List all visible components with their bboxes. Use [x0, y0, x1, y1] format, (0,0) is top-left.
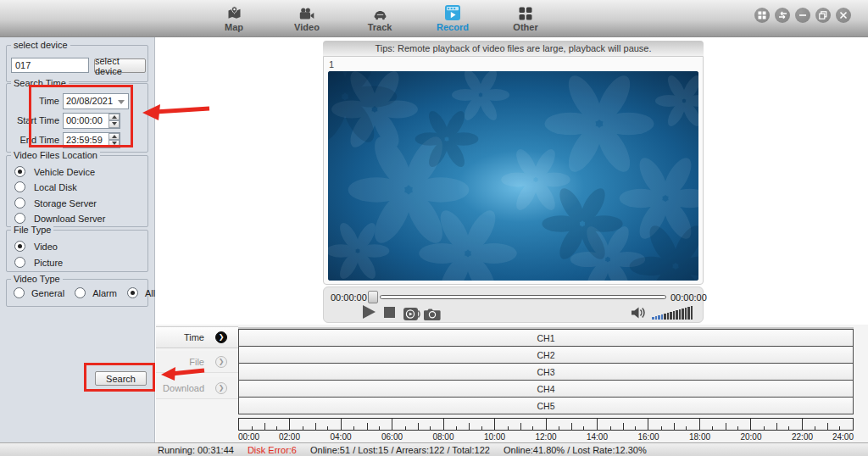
snapshot-button[interactable]: [424, 308, 441, 322]
window-controls: [754, 8, 851, 23]
radio-alarm[interactable]: Alarm: [75, 287, 117, 298]
ruler-cell: [648, 419, 699, 430]
total-time: 00:00:00: [670, 292, 707, 303]
layout-grid-button[interactable]: [754, 8, 770, 23]
file-type-group: File Type Video Picture: [6, 230, 148, 272]
tab-download-label: Download: [163, 383, 204, 393]
tick-label: 18:00: [689, 432, 710, 442]
ruler-cell: [598, 419, 648, 430]
video-window-number: 1: [329, 59, 334, 70]
nav-label-video: Video: [294, 22, 320, 32]
nav-label-record: Record: [437, 22, 469, 32]
chevron-right-icon: ❯: [215, 382, 227, 394]
ruler-cell: [495, 419, 546, 430]
channel-row-ch5[interactable]: CH5: [238, 397, 854, 414]
tab-time-label: Time: [184, 332, 204, 342]
seek-handle[interactable]: [368, 291, 378, 303]
tick-label: 04:00: [330, 432, 351, 442]
search-time-title: Search Time: [11, 78, 69, 88]
elapsed-time: 00:00:00: [331, 292, 367, 303]
play-button[interactable]: [363, 305, 376, 319]
timeline-panel: Time ❯ File ❯ Download ❯ CH1 CH2 CH3 CH4…: [156, 325, 868, 442]
chevron-down-icon: [118, 100, 125, 104]
nav-item-track[interactable]: Track: [350, 4, 409, 35]
nav-label-other: Other: [513, 22, 537, 32]
end-time-input[interactable]: 23:59:59: [63, 132, 120, 148]
start-time-spinner: [108, 114, 120, 128]
spin-down-button[interactable]: [108, 140, 120, 147]
tab-time[interactable]: Time ❯: [156, 326, 238, 348]
chevron-right-icon: ❯: [215, 331, 227, 343]
playback-controls: 00:00:00 00:00:00: [323, 286, 704, 323]
ruler-cell: [444, 419, 495, 430]
tick-label: 02:00: [279, 432, 300, 442]
channel-grid: CH1 CH2 CH3 CH4 CH5: [238, 327, 854, 414]
top-nav-bar: Map Video Track Record Other: [0, 0, 868, 37]
nav-item-record[interactable]: Record: [423, 4, 482, 35]
maximize-restore-button[interactable]: [815, 8, 831, 23]
spin-down-button[interactable]: [108, 120, 120, 128]
tips-text: Tips: Remote playback of video files are…: [375, 43, 651, 53]
chevron-right-icon: ❯: [215, 356, 227, 368]
search-sidebar: select device 017 select device Search T…: [0, 37, 155, 442]
tick-label: 16:00: [637, 432, 659, 442]
radio-download-server[interactable]: Download Server: [14, 213, 105, 224]
select-device-title: select device: [11, 40, 70, 50]
radio-all[interactable]: All: [127, 287, 155, 298]
tab-file[interactable]: File ❯: [156, 351, 238, 373]
ruler-cell: [342, 419, 392, 430]
switch-user-button[interactable]: [775, 8, 790, 23]
start-time-input[interactable]: 00:00:00: [63, 113, 120, 129]
nav-item-video[interactable]: Video: [277, 4, 337, 35]
radio-general[interactable]: General: [14, 287, 64, 298]
radio-icon: [127, 287, 138, 298]
disk-error-count: Disk Error:6: [248, 445, 297, 455]
radio-icon: [14, 241, 25, 252]
seek-track[interactable]: [380, 295, 666, 299]
date-select[interactable]: 20/08/2021: [63, 93, 129, 109]
video-display[interactable]: [328, 71, 698, 281]
close-button[interactable]: [836, 8, 851, 23]
radio-picture[interactable]: Picture: [14, 257, 63, 268]
nav-label-map: Map: [225, 22, 243, 32]
video-type-group: Video Type General Alarm All: [6, 279, 148, 307]
select-device-button[interactable]: select device: [94, 58, 146, 73]
end-time-value: 23:59:59: [66, 135, 103, 145]
nav-item-map[interactable]: Map: [204, 4, 264, 35]
spin-up-button[interactable]: [108, 114, 120, 121]
radio-icon: [14, 287, 25, 298]
tick-label: 20:00: [740, 432, 761, 442]
ruler-cell: [803, 419, 853, 430]
channel-row-ch4[interactable]: CH4: [238, 380, 854, 398]
search-time-group: Search Time Time 20/08/2021 Start Time 0…: [6, 83, 148, 153]
ruler-cell: [547, 419, 598, 430]
radio-video[interactable]: Video: [14, 241, 58, 252]
spin-up-button[interactable]: [108, 133, 120, 141]
minimize-button[interactable]: [795, 8, 810, 23]
select-device-group: select device 017 select device: [6, 45, 148, 82]
ruler-cell: [239, 419, 290, 430]
channel-row-ch1[interactable]: CH1: [238, 329, 854, 347]
online-counts: Online:51 / Lost:15 / Arrears:122 / Tota…: [310, 445, 490, 455]
radio-local-disk[interactable]: Local Disk: [14, 181, 77, 192]
time-ruler: [238, 418, 854, 431]
online-rates: Online:41.80% / Lost Rate:12.30%: [504, 445, 647, 455]
radio-vehicle-device[interactable]: Vehicle Device: [14, 166, 95, 177]
ruler-cell: [290, 419, 341, 430]
volume-level-bars[interactable]: [652, 306, 699, 320]
nav-item-other[interactable]: Other: [496, 4, 555, 35]
channel-row-ch3[interactable]: CH3: [238, 363, 854, 381]
tab-download[interactable]: Download ❯: [156, 377, 238, 399]
channel-row-ch2[interactable]: CH2: [238, 346, 854, 364]
tips-bar: Tips: Remote playback of video files are…: [323, 41, 704, 56]
device-id-input[interactable]: 017: [11, 58, 89, 73]
search-button[interactable]: Search: [95, 371, 147, 386]
stop-button[interactable]: [384, 307, 395, 318]
video-type-title: Video Type: [11, 274, 63, 284]
status-bar: Running: 00:31:44 Disk Error:6 Online:51…: [0, 442, 868, 456]
video-panel: 1: [323, 56, 704, 285]
start-time-label: Start Time: [7, 115, 63, 125]
speaker-icon[interactable]: [631, 306, 647, 321]
radio-storage-server[interactable]: Storage Server: [14, 197, 97, 209]
record-clip-button[interactable]: [403, 308, 420, 322]
